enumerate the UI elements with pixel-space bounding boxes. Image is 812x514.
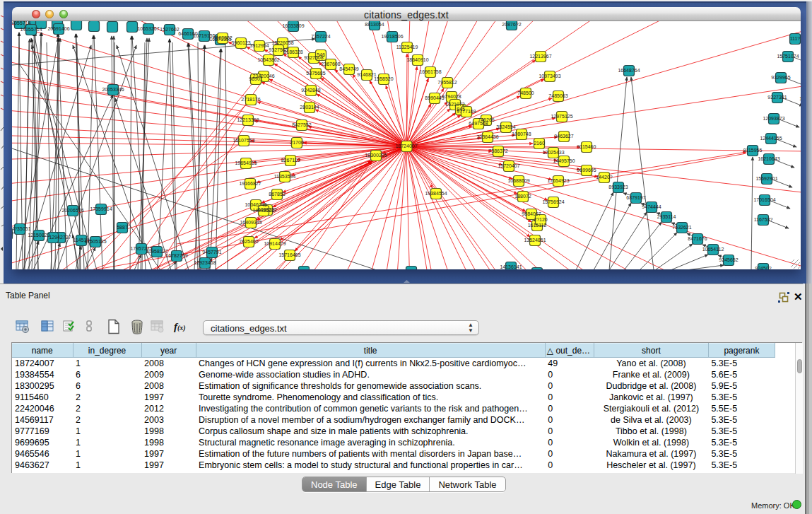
svg-text:11325419: 11325419 [396, 45, 418, 49]
svg-text:14136141: 14136141 [500, 264, 522, 269]
svg-text:9777169: 9777169 [457, 109, 476, 114]
svg-text:17359914: 17359914 [90, 206, 112, 211]
svg-text:20691406: 20691406 [47, 26, 69, 31]
svg-text:13226058: 13226058 [271, 40, 293, 45]
svg-text:10973493: 10973493 [539, 74, 560, 78]
svg-text:8454749: 8454749 [339, 66, 358, 71]
svg-text:1080748: 1080748 [512, 132, 531, 136]
svg-text:2?120: 2?120 [534, 217, 548, 222]
svg-text:19218506: 19218506 [381, 34, 403, 39]
svg-text:12975125: 12975125 [551, 114, 572, 119]
svg-text:14055714: 14055714 [20, 27, 42, 32]
svg-text:12505135: 12505135 [84, 239, 106, 244]
svg-text:17654923: 17654923 [547, 178, 569, 183]
svg-text:16033809: 16033809 [282, 23, 304, 28]
svg-text:16409345: 16409345 [240, 220, 261, 225]
svg-text:2367608: 2367608 [321, 62, 340, 66]
svg-text:8186328: 8186328 [283, 49, 302, 54]
svg-text:9245652: 9245652 [719, 257, 738, 262]
svg-text:6497568: 6497568 [469, 121, 488, 126]
svg-text:12093873: 12093873 [763, 116, 784, 121]
svg-text:16961758: 16961758 [419, 69, 441, 74]
svg-text:20206576: 20206576 [61, 208, 83, 213]
svg-text:1527602: 1527602 [160, 27, 179, 32]
svg-text:16107553: 16107553 [233, 138, 254, 143]
svg-text:7485063: 7485063 [548, 93, 567, 98]
svg-text:10025433: 10025433 [542, 150, 564, 155]
svg-text:14495750: 14495750 [553, 158, 575, 163]
svg-text:1558520: 1558520 [374, 76, 393, 81]
svg-text:6794028: 6794028 [442, 94, 461, 99]
svg-text:15751074: 15751074 [777, 54, 799, 59]
svg-text:10653267: 10653267 [137, 26, 159, 31]
svg-text:546: 546 [317, 52, 325, 57]
svg-text:12774?: 12774? [799, 96, 801, 101]
svg-text:19166827: 19166827 [239, 181, 261, 186]
svg-text:188072: 188072 [514, 194, 531, 199]
svg-text:3913?: 3913? [12, 231, 14, 236]
svg-text:7632621: 7632621 [672, 225, 691, 230]
svg-text:8933923: 8933923 [608, 185, 628, 189]
svg-text:8267110: 8267110 [281, 158, 300, 163]
svg-text:10543862: 10543862 [257, 57, 279, 62]
svg-text:2803144: 2803144 [300, 105, 319, 110]
svg-text:10046745: 10046745 [245, 202, 266, 207]
svg-text:10958127: 10958127 [146, 249, 167, 254]
svg-text:2718176: 2718176 [241, 97, 260, 102]
svg-text:12923468: 12923468 [194, 260, 216, 265]
svg-text:14938222: 14938222 [252, 208, 274, 213]
svg-text:9463627: 9463627 [554, 134, 573, 139]
svg-text:6879197: 6879197 [626, 195, 645, 200]
svg-text:3824554: 3824554 [496, 124, 515, 129]
svg-text:5887: 5887 [117, 225, 128, 230]
svg-text:10688609: 10688609 [507, 178, 529, 183]
svg-text:9474444: 9474444 [642, 204, 661, 209]
svg-text:7386372: 7386372 [488, 148, 507, 153]
svg-text:7625402: 7625402 [239, 239, 258, 244]
svg-text:2935114: 2935114 [657, 214, 676, 219]
svg-text:9242848: 9242848 [301, 88, 320, 93]
svg-text:7955812: 7955812 [437, 80, 457, 85]
svg-text:12150823: 12150823 [28, 233, 49, 238]
svg-text:7357224: 7357224 [311, 34, 330, 39]
svg-text:9115460: 9115460 [577, 144, 596, 149]
svg-text:9329965: 9329965 [771, 75, 790, 80]
svg-text:9227381: 9227381 [767, 95, 787, 100]
svg-text:20876?2: 20876?2 [502, 22, 521, 27]
svg-text:12444155: 12444155 [760, 136, 782, 141]
svg-text:111?: 111? [790, 36, 801, 41]
svg-text:8813054: 8813054 [365, 22, 384, 27]
svg-text:20053346: 20053346 [102, 87, 124, 92]
svg-text:1615112: 1615112 [528, 223, 547, 228]
svg-text:9699695: 9699695 [577, 168, 596, 173]
svg-text:20364436: 20364436 [476, 134, 498, 139]
svg-text:11353594: 11353594 [274, 174, 296, 179]
svg-text:10654112: 10654112 [702, 247, 724, 252]
svg-text:98901: 98901 [249, 76, 263, 81]
svg-text:12213369: 12213369 [237, 117, 259, 122]
svg-text:12213967: 12213967 [529, 54, 551, 59]
svg-text:92450?: 92450? [755, 266, 771, 269]
svg-text:2160: 2160 [534, 141, 545, 146]
svg-text:116753?: 116753? [754, 217, 773, 222]
svg-text:748500: 748500 [517, 90, 534, 95]
svg-text:19654915: 19654915 [235, 160, 257, 165]
svg-text:12942737: 12942737 [49, 235, 71, 240]
svg-text:8115955: 8115955 [743, 148, 763, 153]
svg-text:15720407: 15720407 [498, 163, 519, 168]
svg-text:17016504: 17016504 [753, 197, 775, 202]
svg-text:5375685: 5375685 [306, 71, 325, 76]
svg-text:15716465: 15716465 [278, 252, 300, 257]
svg-text:14055714: 14055714 [12, 21, 31, 25]
svg-text:14420?: 14420? [596, 175, 612, 180]
svg-text:8471676: 8471676 [688, 236, 707, 241]
svg-text:867853: 867853 [269, 192, 285, 197]
svg-text:16210643: 16210643 [758, 156, 779, 161]
svg-text:3912954: 3912954 [249, 43, 269, 48]
svg-text:19384554: 19384554 [425, 191, 447, 196]
svg-text:18724007: 18724007 [395, 144, 417, 148]
svg-text:16648764: 16648764 [618, 68, 640, 73]
svg-text:15756924: 15756924 [542, 199, 564, 204]
svg-text:18640910: 18640910 [406, 57, 428, 62]
svg-text:13524851: 13524851 [524, 238, 546, 243]
